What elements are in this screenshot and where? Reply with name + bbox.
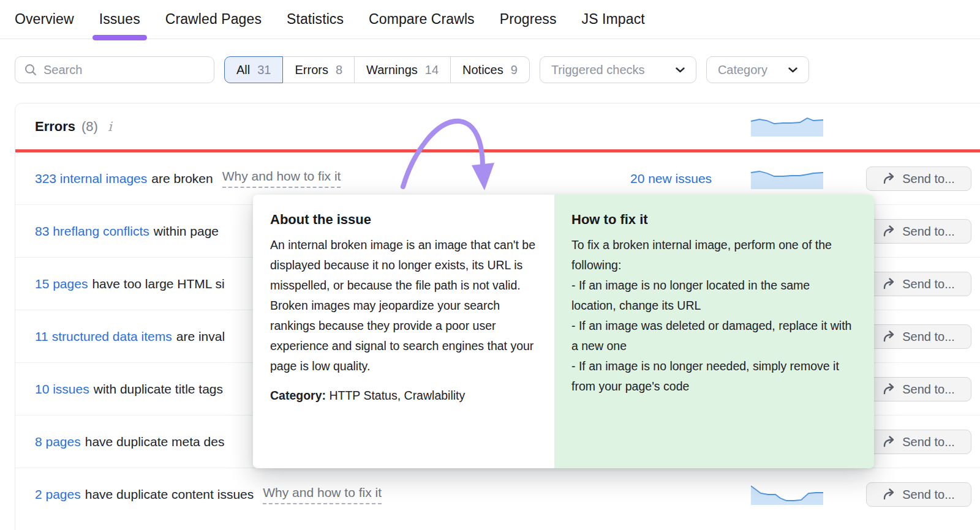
about-title: About the issue xyxy=(270,212,536,228)
filter-errors-count: 8 xyxy=(336,63,342,77)
category-dropdown[interactable]: Category xyxy=(706,56,809,83)
forward-arrow-icon xyxy=(883,488,896,501)
how-to-fix-panel: How to fix it To fix a broken internal i… xyxy=(554,195,874,468)
filter-all[interactable]: All 31 xyxy=(224,56,283,83)
filter-warnings-count: 14 xyxy=(425,63,439,77)
tab-issues[interactable]: Issues xyxy=(99,0,140,39)
errors-trend-sparkline xyxy=(751,116,823,136)
issue-row: 2 pages have duplicate content issues Wh… xyxy=(15,468,980,521)
send-to-button[interactable]: Send to... xyxy=(866,482,971,507)
forward-arrow-icon xyxy=(883,330,896,343)
forward-arrow-icon xyxy=(883,173,896,185)
send-to-label: Send to... xyxy=(902,172,955,186)
issue-text: within page xyxy=(154,224,219,239)
chevron-down-icon xyxy=(788,67,797,73)
info-icon[interactable]: i xyxy=(108,119,112,134)
issue-trend-sparkline xyxy=(751,484,823,505)
about-body: An internal broken image is an image tha… xyxy=(270,235,536,376)
forward-arrow-icon xyxy=(883,278,896,290)
fix-title: How to fix it xyxy=(571,212,856,228)
fix-body: To fix a broken internal image, perform … xyxy=(571,235,856,397)
category-line: Category: HTTP Status, Crawlability xyxy=(270,389,536,403)
send-to-label: Send to... xyxy=(902,277,955,291)
issue-text: have duplicate meta des xyxy=(85,435,225,449)
search-box[interactable] xyxy=(15,56,214,83)
category-line-label: Category: xyxy=(270,389,326,402)
issue-text: are broken xyxy=(151,171,213,186)
send-to-label: Send to... xyxy=(902,488,955,502)
issue-text: have duplicate content issues xyxy=(85,487,254,502)
errors-header: Errors (8) i xyxy=(15,103,980,149)
new-issues-link[interactable]: 20 new issues xyxy=(630,171,712,186)
chevron-down-icon xyxy=(676,67,685,73)
issue-text: are inval xyxy=(176,329,225,344)
category-line-value: HTTP Status, Crawlability xyxy=(329,389,465,402)
tab-compare-crawls[interactable]: Compare Crawls xyxy=(369,0,475,39)
filter-notices-count: 9 xyxy=(511,63,518,77)
filter-warnings-label: Warnings xyxy=(366,63,418,77)
send-to-label: Send to... xyxy=(902,225,955,239)
filter-notices[interactable]: Notices 9 xyxy=(451,56,530,83)
filter-notices-label: Notices xyxy=(462,63,503,77)
filter-all-label: All xyxy=(236,63,250,77)
tab-js-impact[interactable]: JS Impact xyxy=(582,0,645,39)
tab-progress[interactable]: Progress xyxy=(500,0,557,39)
issue-link[interactable]: 10 issues xyxy=(35,382,89,397)
tab-overview[interactable]: Overview xyxy=(15,0,74,39)
send-to-button[interactable]: Send to... xyxy=(866,324,971,349)
triggered-checks-label: Triggered checks xyxy=(551,63,645,77)
send-to-button[interactable]: Send to... xyxy=(866,430,971,454)
category-label: Category xyxy=(718,63,767,77)
send-to-label: Send to... xyxy=(902,330,955,344)
filter-errors[interactable]: Errors 8 xyxy=(283,56,355,83)
issue-trend-sparkline xyxy=(751,168,823,189)
triggered-checks-dropdown[interactable]: Triggered checks xyxy=(540,56,696,83)
issue-link[interactable]: 2 pages xyxy=(35,487,81,502)
issue-link[interactable]: 8 pages xyxy=(35,435,81,449)
send-to-button[interactable]: Send to... xyxy=(866,219,971,244)
issue-link[interactable]: 15 pages xyxy=(35,277,88,291)
forward-arrow-icon xyxy=(883,436,896,448)
tab-crawled-pages[interactable]: Crawled Pages xyxy=(165,0,262,39)
send-to-label: Send to... xyxy=(902,435,955,449)
send-to-button[interactable]: Send to... xyxy=(866,272,971,296)
issue-link[interactable]: 83 hreflang conflicts xyxy=(35,224,149,239)
filter-warnings[interactable]: Warnings 14 xyxy=(355,56,451,83)
forward-arrow-icon xyxy=(883,225,896,237)
top-navigation: Overview Issues Crawled Pages Statistics… xyxy=(0,0,980,39)
issue-text: with duplicate title tags xyxy=(94,382,223,397)
tab-statistics[interactable]: Statistics xyxy=(287,0,344,39)
severity-filter: All 31 Errors 8 Warnings 14 Notices 9 xyxy=(224,56,530,83)
send-to-button[interactable]: Send to... xyxy=(866,377,971,401)
filter-errors-label: Errors xyxy=(295,63,328,77)
send-to-button[interactable]: Send to... xyxy=(866,166,971,191)
about-the-issue-panel: About the issue An internal broken image… xyxy=(253,195,554,468)
filter-all-count: 31 xyxy=(257,63,271,77)
search-icon xyxy=(24,63,37,77)
issue-detail-popup: About the issue An internal broken image… xyxy=(253,195,874,468)
issue-text: have too large HTML si xyxy=(92,277,224,291)
forward-arrow-icon xyxy=(883,383,896,395)
section-title: Errors xyxy=(35,119,75,135)
issue-link[interactable]: 323 internal images xyxy=(35,171,147,186)
why-how-to-fix-link[interactable]: Why and how to fix it xyxy=(222,169,341,188)
search-input[interactable] xyxy=(43,63,205,77)
filter-bar: All 31 Errors 8 Warnings 14 Notices 9 Tr… xyxy=(15,56,809,83)
section-count: (8) xyxy=(81,119,98,135)
issue-link[interactable]: 11 structured data items xyxy=(35,329,172,344)
send-to-label: Send to... xyxy=(902,383,955,397)
why-how-to-fix-link[interactable]: Why and how to fix it xyxy=(263,485,382,504)
